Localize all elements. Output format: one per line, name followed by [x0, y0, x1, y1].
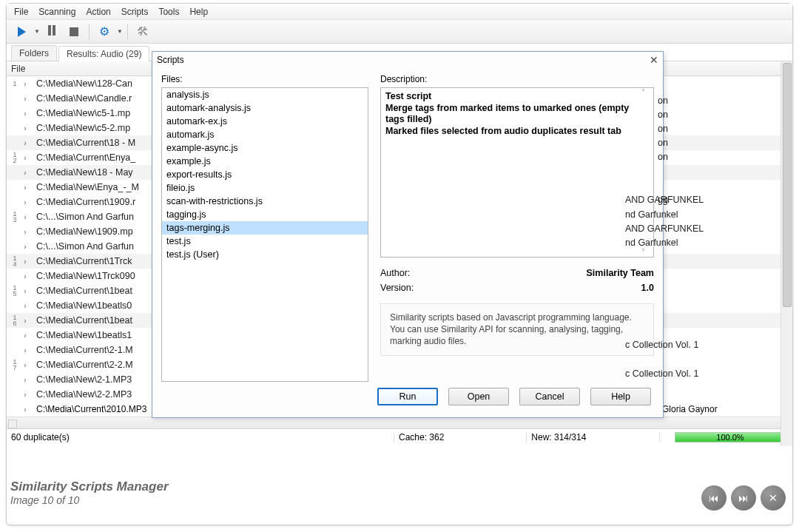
row-number: 12 [10, 152, 20, 164]
script-item[interactable]: fileio.js [162, 181, 368, 195]
expander-icon[interactable]: › [20, 331, 30, 340]
expander-icon[interactable]: › [20, 257, 30, 266]
expander-icon[interactable]: › [20, 376, 30, 384]
expander-icon[interactable]: › [20, 183, 30, 192]
file-path[interactable]: C:\Media\Current\1beat [36, 315, 132, 326]
file-path[interactable]: C:\Media\New\c5-1.mp [36, 108, 130, 118]
scripts-listbox[interactable]: analysis.jsautomark-analysis.jsautomark-… [161, 87, 368, 382]
script-item[interactable]: test.js (User) [162, 248, 368, 261]
toolbar-divider [127, 24, 128, 40]
row-number: 13 [10, 211, 20, 223]
expander-icon[interactable]: › [20, 80, 30, 88]
file-path[interactable]: C:\Media\New\1beatls0 [36, 300, 132, 311]
play-button[interactable] [11, 22, 32, 41]
file-path[interactable]: C:\Media\Current\1Trck [36, 256, 132, 266]
script-item[interactable]: automark-analysis.js [162, 101, 368, 115]
expander-icon[interactable]: › [20, 243, 30, 251]
script-item[interactable]: example-async.js [162, 141, 368, 155]
expander-icon[interactable]: › [20, 391, 30, 399]
expander-icon[interactable]: › [20, 272, 30, 280]
script-item[interactable]: tags-merging.js [162, 221, 368, 235]
file-path[interactable]: C:\Media\New\2-2.MP3 [36, 389, 132, 400]
expander-icon[interactable]: › [20, 154, 30, 162]
tab-folders[interactable]: Folders [11, 45, 57, 61]
close-button[interactable]: ✕ [650, 54, 658, 66]
expander-icon[interactable]: › [20, 302, 30, 310]
file-path[interactable]: C:\Media\New\2-1.MP3 [36, 374, 132, 385]
expander-icon[interactable]: › [20, 95, 30, 103]
file-path[interactable]: C:\Media\New\Enya_-_M [36, 182, 139, 192]
script-item[interactable]: automark-ex.js [162, 115, 368, 128]
tab-results-audio[interactable]: Results: Audio (29) [58, 46, 149, 61]
stop-button[interactable] [64, 22, 84, 41]
nav-prev-button[interactable]: ⏮ [701, 485, 726, 511]
horizontal-scrollbar[interactable] [7, 417, 792, 428]
script-item[interactable]: example.js [162, 155, 368, 168]
description-label: Description: [380, 74, 654, 84]
help-button[interactable]: Help [590, 388, 651, 405]
row-number: 15 [10, 285, 20, 297]
file-path[interactable]: C:\Media\New\1beatls1 [36, 330, 132, 340]
skip-back-icon: ⏮ [709, 492, 719, 504]
scroll-down-icon[interactable]: ˅ [641, 248, 653, 257]
expander-icon[interactable]: › [20, 169, 30, 177]
truncated-cell: AND GARFUNKEL [625, 195, 704, 205]
file-path[interactable]: C:\Media\Current\1beat [36, 286, 132, 296]
expander-icon[interactable]: › [20, 361, 30, 369]
expander-icon[interactable]: › [20, 405, 30, 414]
file-path[interactable]: C:\Media\Current\1909.r [36, 197, 135, 207]
expander-icon[interactable]: › [20, 110, 30, 118]
file-path[interactable]: C:\...\Simon And Garfun [36, 241, 134, 252]
script-item[interactable]: automark.js [162, 128, 368, 141]
pause-button[interactable] [41, 22, 62, 41]
file-path[interactable]: C:\Media\Current\2-1.M [36, 345, 133, 355]
expander-icon[interactable]: › [20, 317, 30, 325]
menu-tools[interactable]: Tools [158, 7, 179, 17]
script-item[interactable]: test.js [162, 235, 368, 248]
vertical-scrollbar[interactable] [781, 61, 792, 446]
expander-icon[interactable]: › [20, 228, 30, 236]
menu-scripts[interactable]: Scripts [121, 7, 149, 17]
settings-dropdown-icon[interactable]: ▼ [117, 28, 123, 35]
nav-close-button[interactable]: ✕ [761, 485, 786, 511]
file-path[interactable]: C:\Media\New\128-Can [36, 78, 132, 89]
scroll-up-icon[interactable]: ˄ [641, 88, 653, 98]
file-path[interactable]: C:\Media\New\c5-2.mp [36, 123, 130, 133]
skip-forward-icon: ⏭ [738, 492, 749, 504]
file-path[interactable]: C:\Media\Current\18 - M [36, 138, 135, 148]
caption-subtitle: Image 10 of 10 [10, 494, 169, 506]
description-box: Test scriptMerge tags from marked items … [380, 87, 654, 257]
file-path[interactable]: C:\Media\New\1Trck090 [36, 271, 135, 281]
play-dropdown-icon[interactable]: ▼ [34, 28, 40, 35]
file-path[interactable]: C:\...\Simon And Garfun [36, 212, 134, 222]
settings-button[interactable]: ⚙ [94, 22, 115, 41]
nav-next-button[interactable]: ⏭ [731, 485, 756, 511]
menu-file[interactable]: File [14, 7, 28, 17]
run-button[interactable]: Run [377, 388, 438, 405]
file-path[interactable]: C:\Media\New\18 - May [36, 167, 133, 178]
expander-icon[interactable]: › [20, 287, 30, 295]
menu-scanning[interactable]: Scanning [38, 7, 75, 17]
wrench-icon: 🛠 [137, 25, 149, 38]
file-path[interactable]: C:\Media\New\Candle.r [36, 93, 132, 104]
cancel-button[interactable]: Cancel [519, 388, 580, 405]
expander-icon[interactable]: › [20, 213, 30, 221]
script-item[interactable]: analysis.js [162, 88, 368, 101]
expander-icon[interactable]: › [20, 124, 30, 132]
open-button[interactable]: Open [448, 388, 509, 405]
file-path[interactable]: C:\Media\Current\2-2.M [36, 360, 133, 370]
menu-action[interactable]: Action [86, 7, 110, 17]
truncated-cell: on [658, 124, 668, 134]
expander-icon[interactable]: › [20, 346, 30, 354]
script-item[interactable]: scan-with-restrictions.js [162, 195, 368, 208]
file-path[interactable]: C:\Media\New\1909.mp [36, 226, 133, 237]
file-path[interactable]: C:\Media\Current\Enya_ [36, 152, 135, 163]
play-icon [18, 27, 26, 37]
tools-button[interactable]: 🛠 [132, 22, 153, 41]
menu-help[interactable]: Help [189, 7, 208, 17]
status-cache: Cache: 362 [394, 432, 527, 442]
expander-icon[interactable]: › [20, 198, 30, 206]
expander-icon[interactable]: › [20, 139, 30, 147]
script-item[interactable]: export-results.js [162, 168, 368, 181]
script-item[interactable]: tagging.js [162, 208, 368, 221]
